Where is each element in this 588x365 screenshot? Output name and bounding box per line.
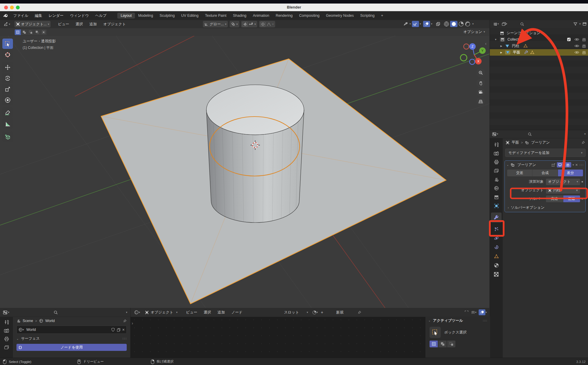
- outliner-row-scene-collection[interactable]: シーンコレクション: [490, 30, 588, 36]
- operation-union-button[interactable]: 合成: [532, 170, 558, 176]
- modifier-drag-handle[interactable]: ∷∷: [579, 163, 584, 167]
- select-subtract-button[interactable]: [447, 341, 455, 347]
- tab-particles[interactable]: [494, 227, 499, 232]
- shader-overlays-caret-icon[interactable]: ▾: [485, 311, 487, 314]
- workspace-tab-compositing[interactable]: Compositing: [296, 13, 323, 19]
- blender-logo-icon[interactable]: [3, 14, 8, 18]
- tab-material[interactable]: [494, 263, 499, 268]
- collection-expand-icon[interactable]: ▼: [495, 38, 497, 41]
- outliner-row-collection[interactable]: ▼ Collection: [490, 36, 588, 43]
- visibility-icon[interactable]: [403, 22, 409, 26]
- workspace-tab-sculpting[interactable]: Sculpting: [156, 13, 178, 19]
- snap-node-icon[interactable]: [465, 310, 469, 314]
- slot-caret-icon[interactable]: ▾: [307, 311, 308, 314]
- workspace-tab-uv-editing[interactable]: UV Editing: [178, 13, 202, 19]
- active-tool-header[interactable]: ⌄ アクティブツール ∷∷: [425, 317, 490, 324]
- gizmo-y-negative[interactable]: [460, 54, 467, 61]
- tool-cursor[interactable]: [2, 49, 13, 60]
- new-collection-icon[interactable]: [582, 22, 587, 26]
- overlays-caret-icon[interactable]: ▾: [431, 23, 432, 25]
- world-browse-caret-icon[interactable]: ▾: [23, 328, 24, 331]
- select-new-button[interactable]: [15, 29, 21, 35]
- copy-datablock-icon[interactable]: [117, 328, 121, 332]
- breadcrumb-world[interactable]: World: [45, 319, 55, 323]
- cylinder-object[interactable]: [206, 85, 304, 231]
- pin-icon[interactable]: [581, 141, 585, 145]
- properties-editor-caret-icon[interactable]: ▾: [497, 133, 498, 135]
- gizmos-toggle[interactable]: [412, 21, 419, 27]
- tab-tool[interactable]: [4, 320, 9, 325]
- properties-search-icon[interactable]: [54, 310, 58, 315]
- orientation-selector[interactable]: グロー... ▾: [203, 21, 228, 27]
- shader-menu-node[interactable]: ノード: [228, 310, 246, 315]
- outliner-row-plane[interactable]: ▶ 平面: [490, 49, 588, 56]
- tool-annotate[interactable]: [2, 107, 13, 118]
- select-extend-button[interactable]: [21, 29, 27, 35]
- filter-caret-icon[interactable]: ▾: [579, 23, 581, 25]
- shader-menu-add[interactable]: 追加: [214, 310, 228, 315]
- slot-label[interactable]: スロット: [284, 310, 299, 315]
- breadcrumb-scene[interactable]: Scene: [23, 319, 33, 323]
- pin-icon[interactable]: [123, 319, 127, 323]
- pan-viewport-button[interactable]: [476, 79, 485, 87]
- tab-object[interactable]: [494, 203, 499, 208]
- sidebar-collapse-arrow[interactable]: ‹: [485, 41, 487, 46]
- tab-render[interactable]: [4, 328, 9, 333]
- tab-constraints[interactable]: [494, 245, 499, 250]
- box-select-tool-icon[interactable]: [430, 327, 441, 338]
- workspace-tab-animation[interactable]: Animation: [250, 13, 273, 19]
- editor-type-caret-icon[interactable]: ▾: [9, 23, 10, 26]
- workspace-tab-scripting[interactable]: Scripting: [357, 13, 378, 19]
- viewport-menu-view[interactable]: ビュー: [55, 22, 72, 27]
- surface-section-header[interactable]: ⌄ サーフェス ∷∷: [16, 336, 127, 341]
- shading-wireframe-button[interactable]: [444, 21, 449, 27]
- viewport-menu-object[interactable]: オブジェクト: [100, 22, 129, 27]
- tab-view-layer[interactable]: [494, 169, 499, 173]
- modifier-extras-caret-icon[interactable]: ▾: [573, 164, 574, 166]
- operation-difference-button[interactable]: 差分: [558, 170, 583, 176]
- menu-edit[interactable]: 編集: [31, 13, 45, 18]
- tab-object-data[interactable]: [494, 254, 499, 259]
- shader-type-label[interactable]: オブジェクト: [151, 310, 173, 315]
- outliner-display-mode-icon[interactable]: [502, 22, 506, 26]
- outliner-display-caret-icon[interactable]: ▾: [506, 23, 507, 25]
- viewport-menu-select[interactable]: 選択: [72, 22, 86, 27]
- tab-texture[interactable]: [494, 272, 499, 277]
- properties-search-icon[interactable]: [528, 132, 532, 136]
- menu-file[interactable]: ファイル: [10, 13, 31, 18]
- visibility-caret-icon[interactable]: ▾: [410, 23, 411, 25]
- tab-collection[interactable]: [494, 195, 499, 199]
- tool-rotate[interactable]: [2, 73, 13, 83]
- shading-rendered-button[interactable]: [465, 21, 470, 27]
- operation-intersect-button[interactable]: 交差: [507, 170, 532, 176]
- workspace-tab-layout[interactable]: Layout: [117, 13, 135, 19]
- pivot-selector[interactable]: ▾: [230, 21, 239, 27]
- menu-window[interactable]: ウィンドウ: [67, 13, 92, 18]
- surface-drag-handle[interactable]: ∷∷: [122, 337, 127, 340]
- tab-modifiers-active[interactable]: [491, 213, 502, 223]
- render-display-toggle[interactable]: [565, 162, 571, 167]
- edit-mode-toggle-icon[interactable]: [551, 163, 555, 167]
- workspace-tab-geometry-nodes[interactable]: Geometry Nodes: [323, 13, 357, 19]
- tool-scale[interactable]: [2, 84, 13, 94]
- use-nodes-button[interactable]: ノードを使用: [16, 344, 127, 351]
- hide-eye-icon[interactable]: [574, 51, 579, 54]
- outliner-row-cylinder[interactable]: ▶ 円柱: [490, 43, 588, 49]
- overlays-toggle[interactable]: [423, 21, 430, 27]
- tab-world[interactable]: [494, 186, 499, 191]
- menu-help[interactable]: ヘルプ: [92, 13, 110, 18]
- breadcrumb-modifier[interactable]: ブーリアン: [531, 140, 550, 145]
- tab-output[interactable]: [4, 337, 9, 341]
- snap-grid-caret-icon[interactable]: ▾: [475, 311, 477, 314]
- snap-controls[interactable]: ▾: [241, 21, 258, 27]
- remove-modifier-icon[interactable]: ×: [575, 162, 578, 167]
- shading-material-button[interactable]: [458, 21, 464, 27]
- new-material-plus-icon[interactable]: +: [321, 310, 323, 315]
- navigation-gizmo[interactable]: Z Y X: [460, 40, 489, 69]
- tab-tool[interactable]: [494, 142, 499, 147]
- scene-canvas[interactable]: [0, 36, 490, 308]
- viewport-menu-add[interactable]: 追加: [86, 22, 100, 27]
- properties-editor-icon[interactable]: [3, 310, 8, 315]
- solver-exact-button[interactable]: 正確: [563, 195, 580, 202]
- gizmo-z-negative[interactable]: [470, 59, 475, 64]
